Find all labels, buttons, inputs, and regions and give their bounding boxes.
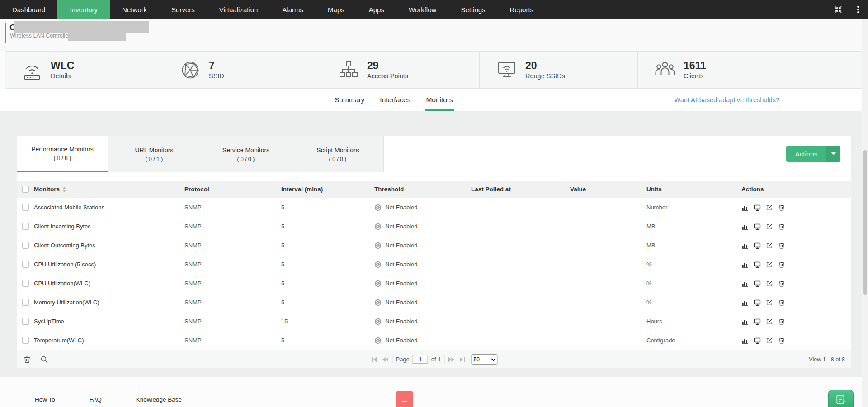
search-icon[interactable] [40,355,48,364]
topology-icon [338,59,359,81]
bar-chart-icon[interactable] [741,280,749,287]
stat-card-clients[interactable]: 1611 Clients [638,52,796,88]
monitor-name[interactable]: CPU Utilization(WLC) [34,280,184,287]
monitor-name[interactable]: Client Outcoming Bytes [34,242,184,249]
delete-icon[interactable] [778,318,785,325]
bar-chart-icon[interactable] [741,242,749,249]
monitor-icon[interactable] [754,280,761,287]
nav-item-network[interactable]: Network [110,0,159,19]
edit-icon[interactable] [766,318,773,325]
edit-icon[interactable] [766,261,773,268]
row-checkbox[interactable] [22,318,29,325]
delete-icon[interactable] [778,280,785,287]
nav-item-reports[interactable]: Reports [498,0,546,19]
tab-performance-monitors[interactable]: Performance Monitors (0/8) [17,136,108,172]
tab-url-monitors[interactable]: URL Monitors (0/1) [108,136,200,172]
minimized-alert-badge[interactable]: – [396,391,413,407]
bar-chart-icon[interactable] [741,223,749,230]
ai-thresholds-link[interactable]: Want AI-based adaptive thresholds? [675,89,779,111]
column-header-interval: Interval (mins) [281,186,374,193]
monitor-name[interactable]: Temperature(WLC) [34,337,184,344]
nav-item-virtualization[interactable]: Virtualization [207,0,270,19]
bar-chart-icon[interactable] [741,261,749,268]
kebab-menu-icon[interactable] [848,0,868,19]
row-checkbox[interactable] [22,261,29,268]
tab-interfaces[interactable]: Interfaces [379,89,411,111]
bar-chart-icon[interactable] [741,318,749,325]
edit-icon[interactable] [766,242,773,249]
row-checkbox[interactable] [22,299,29,306]
delete-icon[interactable] [778,223,785,230]
monitor-icon[interactable] [754,337,761,344]
row-checkbox[interactable] [22,337,29,344]
actions-button[interactable]: Actions [786,146,840,162]
monitor-icon[interactable] [754,242,761,249]
first-page-icon[interactable] [370,356,378,363]
page-input[interactable] [413,355,428,364]
monitor-name[interactable]: CPU Utilization (5 secs) [34,261,184,268]
faq-link[interactable]: FAQ [90,396,102,403]
monitor-icon[interactable] [754,223,761,230]
edit-icon[interactable] [766,280,773,287]
prev-page-icon[interactable] [381,356,389,363]
monitor-name[interactable]: Associated Mobile Stations [34,204,184,211]
bar-chart-icon[interactable] [741,299,749,306]
tab-service-monitors[interactable]: Service Monitors (0/0) [200,136,292,172]
edit-icon[interactable] [766,204,773,211]
page-size-select[interactable]: 50 [472,354,498,365]
tab-monitors[interactable]: Monitors [425,89,453,111]
delete-icon[interactable] [778,204,785,211]
scrollbar-thumb[interactable] [863,150,867,295]
next-page-icon[interactable] [448,356,456,363]
bar-chart-icon[interactable] [741,204,749,211]
monitor-icon[interactable] [754,204,761,211]
row-checkbox[interactable] [22,223,29,230]
threshold-cell: Not Enabled [374,280,471,287]
delete-icon[interactable] [778,299,785,306]
delete-icon[interactable] [778,261,785,268]
nav-item-dashboard[interactable]: Dashboard [0,0,57,19]
page-of-label: of 1 [431,356,441,363]
nav-item-workflow[interactable]: Workflow [396,0,448,19]
monitor-name[interactable]: Memory Utilization(WLC) [34,299,184,306]
row-checkbox[interactable] [22,280,29,287]
delete-icon[interactable] [778,337,785,344]
protocol-cell: SNMP [184,223,281,230]
actions-dropdown-caret[interactable] [826,146,840,162]
row-checkbox[interactable] [22,242,29,249]
how-to-link[interactable]: How To [35,396,55,403]
delete-icon[interactable] [23,355,31,364]
stat-card-ssid[interactable]: 7 SSID [163,52,321,88]
monitor-icon[interactable] [754,318,761,325]
tab-summary[interactable]: Summary [334,89,365,111]
row-checkbox[interactable] [22,204,29,211]
monitor-name[interactable]: SysUpTime [34,318,184,325]
knowledge-base-link[interactable]: Knowledge Base [136,396,182,403]
actions-button-label[interactable]: Actions [786,146,826,162]
bar-chart-icon[interactable] [741,337,749,344]
edit-icon[interactable] [766,223,773,230]
tab-script-monitors[interactable]: Script Monitors (0/0) [292,136,384,172]
last-page-icon[interactable] [459,356,467,363]
monitor-name[interactable]: Client Incoming Bytes [34,223,184,230]
nav-item-settings[interactable]: Settings [448,0,497,19]
nav-item-inventory[interactable]: Inventory [57,0,110,19]
stat-card-rouge-ssids[interactable]: 20 Rouge SSIDs [480,52,638,88]
monitor-icon[interactable] [754,261,761,268]
collapse-icon[interactable] [828,0,848,19]
monitor-icon[interactable] [754,299,761,306]
edit-icon[interactable] [766,299,773,306]
nav-item-servers[interactable]: Servers [159,0,207,19]
threshold-cell: Not Enabled [374,204,471,211]
edit-icon[interactable] [766,337,773,344]
delete-icon[interactable] [778,242,785,249]
column-header-monitors[interactable]: Monitors [34,186,184,193]
nav-item-apps[interactable]: Apps [357,0,396,19]
nav-item-maps[interactable]: Maps [316,0,357,19]
select-all-checkbox[interactable] [22,186,29,193]
stat-card-access-points[interactable]: 29 Access Points [321,52,480,88]
chat-widget-button[interactable] [828,390,854,407]
nav-item-alarms[interactable]: Alarms [270,0,316,19]
monitor-tab-label: Service Monitors [222,147,269,154]
stat-card-wlc-details[interactable]: WLC Details [5,52,163,88]
